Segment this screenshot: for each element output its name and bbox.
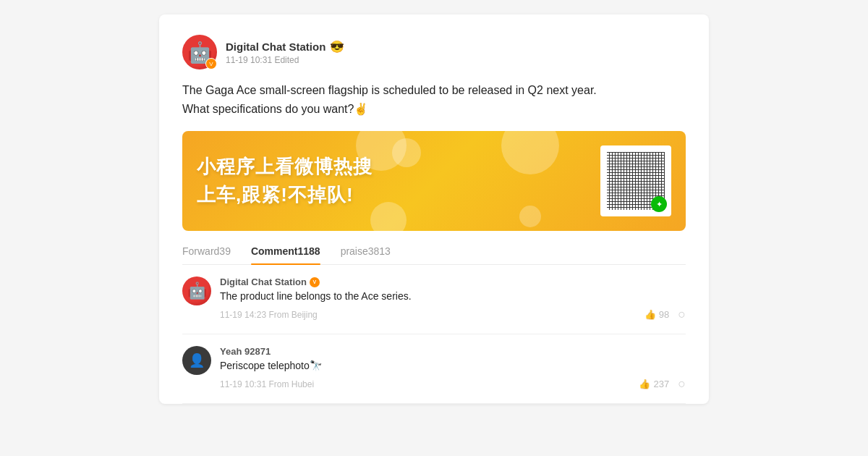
comment-item: 🤖 Digital Chat Station V The product lin… <box>182 265 686 334</box>
tab-praise[interactable]: praise3813 <box>341 245 391 264</box>
post-author-name[interactable]: Digital Chat Station <box>226 41 326 53</box>
comment-like-count-1: 98 <box>659 309 669 320</box>
comments-list: 🤖 Digital Chat Station V The product lin… <box>182 265 686 404</box>
interaction-tabs: Forward39 Comment1188 praise3813 <box>182 245 686 265</box>
post-card: V Digital Chat Station 😎 11-19 10:31 Edi… <box>159 14 709 404</box>
comment-author-row-1: Digital Chat Station V <box>220 276 686 287</box>
comment-reply-icon-1[interactable]: ○ <box>678 307 686 322</box>
comment-like-1[interactable]: 👍 98 <box>644 309 669 320</box>
post-author-row: Digital Chat Station 😎 <box>226 40 344 54</box>
comment-reply-icon-2[interactable]: ○ <box>678 376 686 392</box>
comment-time-2: 11-19 10:31 From Hubei <box>220 379 314 389</box>
comment-author-1[interactable]: Digital Chat Station <box>220 276 307 287</box>
post-header: V Digital Chat Station 😎 11-19 10:31 Edi… <box>182 35 686 69</box>
comment-like-2[interactable]: 👍 237 <box>639 379 669 389</box>
comment-avatar-dcs: 🤖 <box>182 276 211 305</box>
comment-author-row-2: Yeah 92871 <box>220 346 686 357</box>
comment-actions-1: 👍 98 ○ <box>644 307 686 322</box>
comment-text-2: Periscope telephoto🔭 <box>220 358 686 373</box>
author-emoji: 😎 <box>330 40 344 54</box>
comment-actions-2: 👍 237 ○ <box>639 376 686 392</box>
banner-qr-code[interactable]: ✦ <box>600 145 671 216</box>
post-text-line2: What specifications do you want?✌ <box>182 103 368 115</box>
promo-banner[interactable]: 小程序上看微博热搜 上车,跟紧!不掉队! ✦ <box>182 131 686 231</box>
deco-circle-5 <box>519 206 541 227</box>
comment-text-1: The product line belongs to the Ace seri… <box>220 289 686 304</box>
comment-like-count-2: 237 <box>653 379 669 389</box>
post-content: The Gaga Ace small-screen flagship is sc… <box>182 81 686 118</box>
comment-footer-2: 11-19 10:31 From Hubei 👍 237 ○ <box>220 376 686 392</box>
thumb-up-icon: 👍 <box>644 309 656 320</box>
post-timestamp: 11-19 10:31 Edited <box>226 55 344 65</box>
post-meta: Digital Chat Station 😎 11-19 10:31 Edite… <box>226 40 344 65</box>
tab-forward[interactable]: Forward39 <box>182 245 231 264</box>
thumb-up-icon-2: 👍 <box>639 379 650 389</box>
comment-item-2: 👤 Yeah 92871 Periscope telephoto🔭 11-19 … <box>182 334 686 404</box>
comment-body-2: Yeah 92871 Periscope telephoto🔭 11-19 10… <box>220 346 686 392</box>
comment-body-1: Digital Chat Station V The product line … <box>220 276 686 322</box>
comment-avatar-user2: 👤 <box>182 346 211 375</box>
comment-footer-1: 11-19 14:23 From Beijing 👍 98 ○ <box>220 307 686 322</box>
deco-circle-2 <box>392 138 421 167</box>
banner-line2: 上车,跟紧!不掉队! <box>197 182 600 208</box>
comment-verified-badge-1: V <box>310 277 320 287</box>
author-avatar-wrapper: V <box>182 35 217 69</box>
tab-comment[interactable]: Comment1188 <box>251 245 320 264</box>
comment-author-2[interactable]: Yeah 92871 <box>220 346 271 357</box>
comment-time-1: 11-19 14:23 From Beijing <box>220 310 318 320</box>
post-text-line1: The Gaga Ace small-screen flagship is sc… <box>182 84 597 96</box>
deco-circle-3 <box>370 202 407 231</box>
author-verified-badge: V <box>205 58 217 69</box>
